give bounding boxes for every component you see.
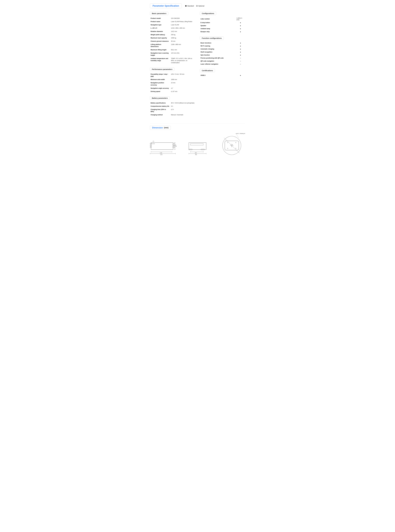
left-column: Basic parameters Product modelSJV-SW1500… [150,12,195,120]
config-label: Bumper strip [200,30,236,33]
svg-rect-25 [191,143,203,145]
function-value: ● [236,41,245,44]
function-label: Wi-Fi roaming [200,44,236,48]
param-value: Manual / Automatic [170,113,195,116]
param-label: Minimum aisle width [150,78,170,81]
param-value: 1180 x 860 mm [170,43,195,48]
param-value: 6 h [170,105,195,108]
table-row: QR code navigation○ [200,60,245,63]
table-row: Lifting platform dimensions1180 x 860 mm [150,43,195,48]
svg-point-7 [152,143,152,144]
param-label: Navigation position accuracy [150,81,170,87]
function-configs-header: Function configurations [200,36,224,40]
param-label: Weight (with battery) [150,33,170,36]
function-value: ● [236,54,245,56]
table-row: Basic functions● [200,41,245,44]
config-value: ● [236,30,245,33]
param-label: Charging time (10% to 80%) [150,108,170,113]
table-row: Spin function● [200,54,245,56]
function-value: ○ [236,60,245,63]
param-label: Passability (slope / step / gap) [150,72,170,78]
legend-optional: Optional [196,5,204,7]
svg-point-44 [236,148,236,149]
table-row: Rotation diameter1412 mm [150,30,195,33]
battery-params-section: Battery parameters Battery specification… [150,96,195,117]
basic-params-table: Product modelSJV-SW1500Product nameLaser… [150,17,195,64]
table-row: Speaker● [200,24,245,27]
svg-line-40 [236,134,239,138]
table-row: Minimum aisle width1000 mm [150,78,195,81]
svg-text:1180: 1180 [160,152,162,154]
param-value: SJV-SW1500 [170,17,195,20]
param-label: Charging method [150,113,170,116]
battery-params-title: Battery parameters [152,97,168,99]
function-configs-section: Function configurations Basic functions●… [200,36,245,66]
basic-params-header: Basic parameters [150,12,168,15]
param-value: 60±1 mm [170,48,195,51]
table-row: Product modelSJV-SW1500 [150,17,195,20]
function-configs-table: Basic functions●Wi-Fi roaming●Automatic … [200,41,245,66]
table-row: Weight (with battery)250 kg [150,33,195,36]
certifications-header: Certifications [200,69,215,72]
table-row: Navigation typeLaser SLAM [150,23,195,27]
param-label: Navigation type [150,23,170,27]
function-value: ● [236,50,245,54]
param-label: Rotation diameter [150,30,170,33]
table-row: Passability (slope / step / gap)≤5% / 5 … [150,72,195,78]
dimension-header: Dimension (mm) [150,126,245,130]
function-label: Automatic charging [200,48,236,50]
battery-params-table: Battery specifications48 V / 40 Ah (lith… [150,101,195,117]
function-label: Precise positioning with QR code [200,56,236,60]
param-value: 1000 mm [170,78,195,81]
table-row: Charging time (10% to 80%)≤2 h [150,108,195,113]
configurations-header: Configurations [200,12,216,15]
table-row: Navigation laser scanning height123 mm (… [150,51,195,57]
param-value: 1500 kg [170,36,195,40]
table-row: Comprehensive battery life6 h [150,105,195,108]
param-label: Driving speed [150,90,170,93]
certifications-title: Certifications [202,70,213,71]
performance-params-title: Performance parameters [152,68,172,70]
table-row: Navigation position accuracy±5 mm [150,81,195,87]
table-row: Charging methodManual / Automatic [150,113,195,116]
header-title-box: Parameter Specification [150,4,182,8]
config-value: ● [236,24,245,27]
side-view-diagram: 860 892 [187,140,208,155]
svg-text:280: 280 [176,146,177,147]
function-value: ● [236,44,245,48]
main-content: Basic parameters Product modelSJV-SW1500… [150,12,245,120]
table-row: Navigation angle accuracy±1° [150,87,195,90]
param-value: ±5 mm [170,81,195,87]
configurations-table: Lidar number1 (H1)+1 (C2)E-stop button●S… [200,17,245,33]
config-label: Lidar number [200,17,236,21]
function-configs-title: Function configurations [202,37,222,39]
table-row: Product nameLaser SLAM Rotary Lifting Ro… [150,20,195,23]
performance-params-header: Performance parameters [150,68,174,71]
param-value: ≤5% / 5 mm / 30 mm [170,72,195,78]
page-title: Parameter Specification [153,5,179,7]
param-value: Laser SLAM Rotary Lifting Robot [170,20,195,23]
cert-value: ● [236,74,245,77]
function-label: Laser reflector navigation [200,63,236,66]
table-row: Laser reflector navigation○ [200,63,245,66]
table-row: Driving speed≤1.67 m/s [150,90,195,93]
param-value: 123 mm (H1) [170,51,195,57]
standard-dot-icon [185,5,187,7]
param-label: L x W x H [150,27,170,30]
table-row: Wi-Fi roaming● [200,44,245,48]
front-view-svg: 280 245 1180 1210 [150,140,177,155]
side-view-svg: 860 892 [187,140,208,155]
diagrams-container: 280 245 1180 1210 [150,132,245,155]
function-value: ○ [236,63,245,66]
config-label: Speaker [200,24,236,27]
svg-point-43 [227,148,228,149]
dimension-title: Dimension [152,126,163,129]
function-value: ● [236,48,245,50]
svg-text:892: 892 [195,154,197,155]
table-row: Ambient temperature and humidity rangeTE… [150,57,195,64]
table-row: Chassis ground clearance30 mm [150,40,195,43]
dimension-title-box: Dimension (mm) [150,126,171,130]
param-label: Lifting platform dimensions [150,43,170,48]
svg-point-41 [227,142,228,143]
legend: Standard Optional [185,5,204,7]
